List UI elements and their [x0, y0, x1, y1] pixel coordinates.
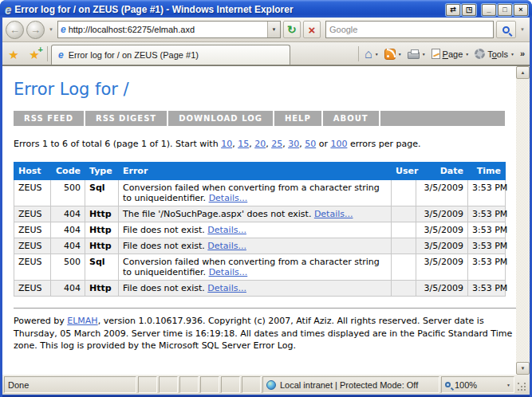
rss-icon: [384, 49, 396, 60]
zone-label: Local intranet | Protected Mode: Off: [280, 380, 418, 390]
favorites-center-button[interactable]: ★: [4, 45, 23, 65]
cell-date: 3/5/2009: [416, 206, 468, 222]
search-options-dropdown-icon[interactable]: ▼: [518, 27, 526, 32]
nav-item-help[interactable]: HELP: [274, 111, 323, 126]
table-header-row: HostCodeTypeErrorUserDateTime: [14, 163, 506, 180]
tab-bar: ★ ★ e Error log for / on ZEUS (Page #1) …: [2, 42, 530, 65]
stop-button[interactable]: ×: [303, 21, 321, 38]
page-favicon-icon: e: [61, 24, 66, 35]
search-input[interactable]: [329, 25, 490, 34]
elmah-nav-bar: RSS FEEDRSS DIGESTDOWNLOAD LOGHELPABOUT: [14, 111, 505, 126]
cell-date: 3/5/2009: [416, 281, 468, 297]
ie-logo-icon: e: [5, 4, 11, 16]
page-size-link[interactable]: 30: [288, 139, 299, 149]
status-segment: [179, 376, 199, 393]
details-link[interactable]: Details...: [207, 241, 246, 251]
status-message: Done: [4, 376, 136, 393]
navigation-toolbar: ← → ▼ e ▼ ↻ × ▼: [2, 18, 530, 42]
cell-user: [392, 281, 416, 297]
nav-item-rss-feed[interactable]: RSS FEED: [14, 111, 85, 126]
error-row: ZEUS500SqlConversion failed when convert…: [14, 254, 506, 281]
tab-title: Error log for / on ZEUS (Page #1): [69, 50, 199, 60]
details-link[interactable]: Details...: [314, 209, 353, 219]
page-size-link[interactable]: 100: [330, 139, 347, 149]
page-menu-label: Page: [443, 49, 463, 59]
page-title: Error Log for /: [14, 80, 508, 99]
feeds-button[interactable]: ▼: [382, 47, 404, 61]
page-size-link[interactable]: 25: [271, 139, 282, 149]
page-size-link[interactable]: 10: [221, 139, 232, 149]
cell-type: Http: [85, 238, 119, 254]
nav-item-about[interactable]: ABOUT: [323, 111, 380, 126]
details-link[interactable]: Details...: [207, 225, 246, 235]
divider: [358, 46, 359, 61]
popout-button[interactable]: ◳: [462, 4, 476, 16]
minimize-button[interactable]: _: [482, 4, 496, 16]
title-bar: e Error log for / on ZEUS (Page #1) - Wi…: [0, 0, 532, 18]
resize-grip-icon[interactable]: [516, 376, 528, 393]
details-link[interactable]: Details...: [209, 193, 248, 203]
cell-error: File does not exist. Details...: [119, 238, 392, 254]
cell-date: 3/5/2009: [416, 254, 468, 281]
address-dropdown-icon[interactable]: ▼: [267, 22, 280, 37]
home-button[interactable]: ⌂▼: [362, 47, 381, 61]
refresh-button[interactable]: ↻: [283, 21, 301, 38]
command-bar: ⌂▼ ▼ ▼ Page ▼ Tools ▼ »: [362, 45, 528, 65]
error-row: ZEUS404HttpFile does not exist. Details.…: [14, 238, 506, 254]
cell-date: 3/5/2009: [416, 222, 468, 238]
back-button[interactable]: ←: [6, 21, 24, 39]
error-table: HostCodeTypeErrorUserDateTime ZEUS500Sql…: [14, 162, 506, 297]
cell-time: 3:53 PM: [468, 222, 506, 238]
search-button[interactable]: [496, 21, 516, 38]
tab-error-log[interactable]: e Error log for / on ZEUS (Page #1): [51, 45, 290, 65]
page-size-link[interactable]: 15: [238, 139, 249, 149]
cell-host: ZEUS: [14, 222, 51, 238]
divider: [14, 308, 516, 309]
cell-user: [392, 222, 416, 238]
page-icon: [432, 49, 440, 59]
details-link[interactable]: Details...: [209, 267, 248, 277]
cell-host: ZEUS: [14, 281, 51, 297]
page-size-link[interactable]: 20: [254, 139, 266, 149]
details-link[interactable]: Details...: [207, 283, 246, 293]
cell-user: [392, 206, 416, 222]
zoom-control[interactable]: 100% ▼: [441, 376, 514, 393]
cell-user: [392, 180, 416, 206]
chevron-down-icon: ▼: [398, 52, 402, 57]
search-box: [325, 21, 494, 38]
print-button[interactable]: ▼: [405, 47, 428, 61]
scroll-down-button[interactable]: ▼: [516, 362, 530, 375]
tab-favicon-icon: e: [58, 49, 64, 61]
page-size-link[interactable]: 50: [305, 139, 316, 149]
cell-time: 3:53 PM: [468, 206, 506, 222]
maximize-button[interactable]: □: [498, 4, 512, 16]
security-zone: Local intranet | Protected Mode: Off: [262, 376, 439, 393]
scroll-up-button[interactable]: ▲: [516, 66, 530, 79]
elmah-link[interactable]: ELMAH: [67, 316, 97, 326]
forward-button[interactable]: →: [26, 21, 45, 39]
nav-item-rss-digest[interactable]: RSS DIGEST: [85, 111, 168, 126]
add-favorite-button[interactable]: ★: [25, 45, 44, 65]
printer-icon: [408, 52, 420, 59]
cell-user: [392, 254, 416, 281]
toolbar-overflow-button[interactable]: »: [518, 49, 527, 60]
tools-menu-button[interactable]: Tools ▼: [472, 47, 517, 61]
chevron-down-icon: ▼: [375, 52, 379, 57]
host-keys-button[interactable]: ⇄: [446, 4, 460, 16]
zoom-level: 100%: [455, 380, 477, 390]
cell-error: File does not exist. Details...: [119, 281, 392, 297]
chevron-down-icon[interactable]: ▼: [506, 383, 510, 387]
status-segment: [221, 376, 240, 393]
status-segment: [200, 376, 219, 393]
cell-type: Http: [85, 206, 119, 222]
nav-item-download-log[interactable]: DOWNLOAD LOG: [168, 111, 274, 126]
chevron-down-icon: ▼: [422, 52, 426, 57]
page-menu-button[interactable]: Page ▼: [429, 47, 472, 61]
search-icon: [502, 26, 510, 33]
tab-spacer: [292, 45, 355, 65]
history-dropdown-icon[interactable]: ▼: [47, 27, 55, 32]
address-input[interactable]: [69, 25, 265, 34]
cell-type: Sql: [85, 254, 119, 281]
vertical-scrollbar[interactable]: ▲ ▼: [516, 66, 530, 375]
close-button[interactable]: ×: [514, 4, 528, 16]
